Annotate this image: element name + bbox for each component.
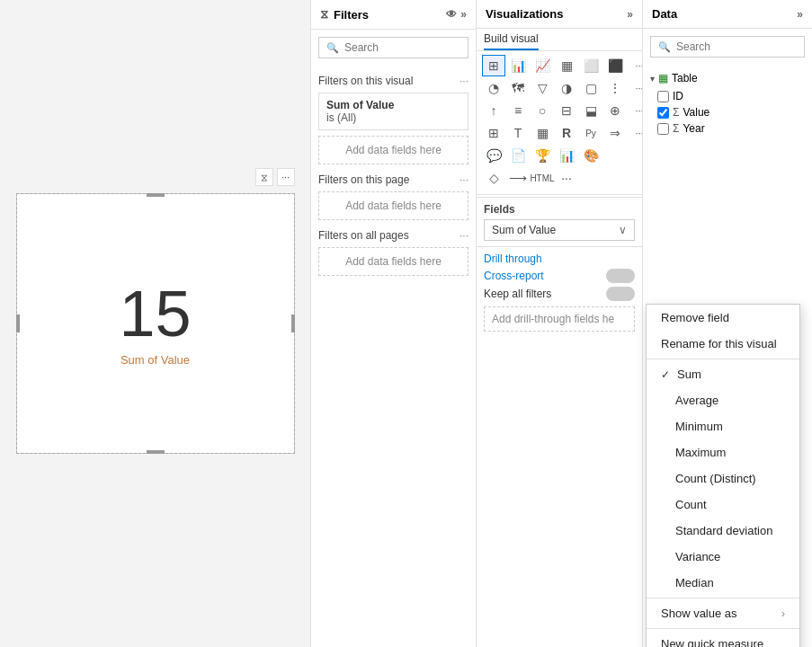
filters-on-all-more[interactable]: ··· [460, 229, 468, 242]
viz-more2-icon[interactable]: ··· [628, 77, 643, 99]
data-expand-icon[interactable]: » [797, 8, 803, 21]
ctx-std-dev[interactable]: Standard deviation [647, 518, 799, 544]
viz-more3-icon[interactable]: ··· [628, 100, 643, 121]
data-tree-group: ID Σ Value Σ Year [650, 88, 805, 137]
filters-eye-icon[interactable]: 👁 [446, 8, 457, 21]
ctx-new-quick-measure[interactable]: New quick measure [647, 631, 799, 647]
viz-slicer-icon[interactable]: ≡ [506, 100, 530, 121]
viz-ribbon-icon[interactable]: ⋮ [603, 77, 627, 99]
data-field-id-label: ID [673, 90, 683, 102]
viz-waterfall-icon[interactable]: ⬓ [579, 100, 602, 121]
ctx-count[interactable]: Count [647, 492, 799, 518]
viz-expand-icon[interactable]: » [627, 8, 633, 21]
ctx-separator-1 [647, 359, 799, 359]
filters-on-page-title: Filters on this page ··· [318, 173, 468, 186]
viz-html-icon[interactable]: HTML [531, 167, 554, 189]
viz-trophy-icon[interactable]: 🏆 [531, 145, 554, 166]
ctx-show-value-as[interactable]: Show value as › [647, 600, 799, 626]
resize-handle-top[interactable] [147, 193, 165, 197]
viz-py-icon[interactable]: Py [579, 122, 602, 144]
data-search-input[interactable] [676, 40, 797, 53]
viz-diamond-icon[interactable]: ◇ [482, 167, 505, 189]
viz-scatter-icon[interactable]: ⬛ [603, 55, 627, 76]
viz-kpi-icon[interactable]: ↑ [482, 100, 505, 121]
add-fields-visual-button[interactable]: Add data fields here [318, 136, 468, 164]
build-visual-label[interactable]: Build visual [484, 32, 539, 50]
add-fields-all-button[interactable]: Add data fields here [318, 247, 468, 276]
viz-pie-icon[interactable]: ◔ [482, 77, 505, 99]
data-field-year[interactable]: Σ Year [657, 120, 805, 137]
table-expand-icon: ▾ [650, 74, 655, 84]
context-menu: Remove field Rename for this visual ✓ Su… [646, 304, 800, 647]
field-pill-sum-value[interactable]: Sum of Value ∨ [484, 219, 635, 241]
field-pill-label: Sum of Value [492, 224, 556, 236]
add-drill-button[interactable]: Add drill-through fields he [484, 306, 635, 332]
ctx-remove-field[interactable]: Remove field [647, 305, 799, 331]
viz-map-icon[interactable]: 🗺 [506, 77, 530, 99]
viz-bar2-icon[interactable]: ▦ [555, 55, 578, 76]
viz-donut-icon[interactable]: ○ [531, 100, 554, 121]
viz-table-icon[interactable]: ⊞ [482, 55, 505, 76]
keep-filters-toggle[interactable] [606, 287, 635, 301]
field-pill-chevron-icon: ∨ [619, 224, 627, 236]
viz-text-icon[interactable]: T [506, 122, 530, 144]
filters-header: ⧖ Filters 👁 » [311, 0, 476, 30]
resize-handle-left[interactable] [16, 315, 20, 332]
filters-on-page-more[interactable]: ··· [460, 173, 468, 186]
viz-r-icon[interactable]: R [555, 122, 578, 144]
viz-funnel-icon[interactable]: ▽ [531, 77, 554, 99]
visual-card: 15 Sum of Value [16, 193, 295, 454]
viz-treemap-icon[interactable]: ⊟ [555, 100, 578, 121]
build-visual-bar: Build visual [477, 29, 642, 51]
filter-card-sum-value[interactable]: Sum of Value is (All) [318, 93, 468, 130]
viz-page-icon[interactable]: 📄 [506, 145, 530, 166]
keep-filters: Keep all filters [484, 287, 635, 301]
viz-arrow-icon[interactable]: ⇒ [603, 122, 627, 144]
resize-handle-right[interactable] [291, 315, 295, 332]
ctx-minimum[interactable]: Minimum [647, 413, 799, 439]
more-button[interactable]: ··· [277, 168, 295, 186]
viz-arrow2-icon[interactable]: ⟶ [506, 167, 530, 189]
ctx-sum[interactable]: ✓ Sum [647, 361, 799, 387]
data-field-value-label: Value [683, 106, 709, 119]
viz-decomp-icon[interactable]: ⊕ [603, 100, 627, 121]
ctx-count-distinct[interactable]: Count (Distinct) [647, 465, 799, 492]
filters-search-input[interactable] [344, 41, 460, 54]
viz-gauge-icon[interactable]: ◑ [555, 77, 578, 99]
drill-label: Drill through [484, 253, 635, 265]
viz-line-icon[interactable]: 📈 [531, 55, 554, 76]
ctx-median[interactable]: Median [647, 570, 799, 596]
data-field-value-checkbox[interactable] [657, 107, 669, 119]
data-field-year-checkbox[interactable] [657, 123, 669, 135]
add-fields-page-button[interactable]: Add data fields here [318, 191, 468, 220]
data-field-id-checkbox[interactable] [657, 91, 669, 102]
filters-on-visual-more[interactable]: ··· [460, 75, 468, 87]
viz-table2-icon[interactable]: ▦ [531, 122, 554, 144]
viz-qna-icon[interactable]: 💬 [482, 145, 505, 166]
ctx-variance[interactable]: Variance [647, 544, 799, 570]
viz-dots-icon[interactable]: ··· [555, 167, 578, 189]
drill-cross-toggle[interactable] [606, 269, 635, 283]
viz-header-actions: » [627, 8, 633, 21]
resize-handle-bottom[interactable] [147, 450, 165, 454]
viz-bar-icon[interactable]: 📊 [506, 55, 530, 76]
ctx-sum-check-icon: ✓ [661, 368, 670, 381]
table-header[interactable]: ▾ ▦ Table [650, 68, 805, 88]
filter-button[interactable]: ⧖ [255, 168, 273, 186]
ctx-rename-visual[interactable]: Rename for this visual [647, 331, 799, 357]
data-field-value[interactable]: Σ Value [657, 104, 805, 120]
viz-more1-icon[interactable]: ··· [628, 55, 643, 76]
viz-more4-icon[interactable]: ··· [628, 122, 643, 144]
viz-matrix-icon[interactable]: ⊞ [482, 122, 505, 144]
data-field-id[interactable]: ID [657, 88, 805, 104]
viz-bar3-icon[interactable]: 📊 [555, 145, 578, 166]
filters-expand-icon[interactable]: » [460, 8, 467, 21]
ctx-maximum[interactable]: Maximum [647, 439, 799, 465]
ctx-average[interactable]: Average [647, 387, 799, 413]
viz-card-icon[interactable]: ▢ [579, 77, 602, 99]
data-search-box: 🔍 [650, 36, 805, 58]
viz-custom-icon[interactable]: 🎨 [579, 145, 602, 166]
viz-empty1-icon [603, 145, 627, 166]
data-header-actions: » [797, 8, 803, 21]
viz-area-icon[interactable]: ⬜ [579, 55, 602, 76]
